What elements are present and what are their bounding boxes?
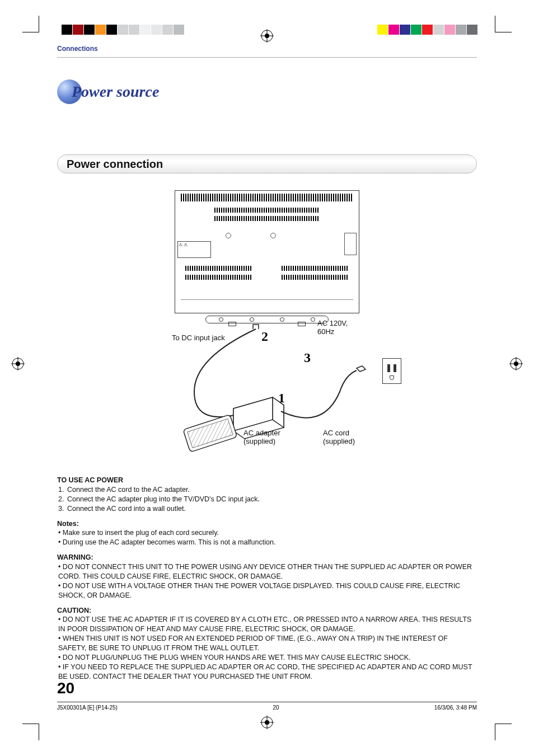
footer-timestamp: 16/3/06, 3:48 PM [434, 705, 477, 711]
wall-outlet-illustration [382, 358, 401, 384]
step-item: 2.Connect the AC adapter plug into the T… [58, 495, 477, 504]
label-ac-adapter-line2: (supplied) [243, 437, 275, 445]
page-footer: 20 J5X00301A [E] (P14-25) 20 16/3/06, 3:… [57, 679, 477, 711]
warnings-list: DO NOT CONNECT THIS UNIT TO THE POWER US… [58, 562, 477, 600]
label-ac-cord-line2: (supplied) [323, 437, 355, 445]
device-stand-illustration [205, 316, 329, 323]
page-title: Power source [72, 83, 159, 101]
step-number-2: 2 [261, 329, 268, 344]
crop-mark-tr [495, 16, 512, 32]
page-number: 20 [57, 679, 477, 697]
caution-item: IF YOU NEED TO REPLACE THE SUPPLIED AC A… [58, 663, 477, 682]
step-item: 1.Connect the AC cord to the AC adapter. [58, 485, 477, 495]
step-number-3: 3 [304, 350, 311, 365]
svg-rect-16 [183, 415, 237, 452]
note-item: During use the AC adapter becomes warm. … [58, 538, 477, 547]
warning-item: DO NOT CONNECT THIS UNIT TO THE POWER US… [58, 562, 477, 581]
power-connection-diagram: ⚠ ⚠ [149, 190, 385, 453]
page-title-row: Power source [57, 79, 477, 104]
label-ac-adapter-line1: AC adapter [243, 429, 280, 437]
registration-target-top [260, 29, 274, 43]
registration-bar-right [377, 25, 478, 35]
crop-mark-bl [22, 724, 39, 740]
cautions-list: DO NOT USE THE AC ADAPTER IF IT IS COVER… [58, 615, 477, 681]
caution-item: DO NOT USE THE AC ADAPTER IF IT IS COVER… [58, 615, 477, 634]
registration-target-bottom [260, 716, 274, 729]
page-content: Connections Power source Power connectio… [57, 45, 477, 711]
label-ac-voltage: AC 120V, 60Hz [317, 319, 348, 336]
step-number-1: 1 [278, 391, 285, 406]
label-ac-voltage-line1: AC 120V, [317, 319, 348, 327]
notes-heading: Notes: [57, 519, 477, 529]
caution-heading: CAUTION: [57, 606, 477, 616]
header-rule [57, 57, 477, 58]
footer-doc-id: J5X00301A [E] (P14-25) [57, 705, 118, 711]
label-ac-adapter: AC adapter (supplied) [243, 429, 280, 445]
ac-power-steps: 1.Connect the AC cord to the AC adapter.… [58, 485, 477, 514]
note-item: Make sure to insert the plug of each cor… [58, 528, 477, 538]
footer-page: 20 [273, 705, 279, 711]
registration-target-right [509, 357, 523, 370]
warning-heading: WARNING: [57, 553, 477, 562]
caution-item: WHEN THIS UNIT IS NOT USED FOR AN EXTEND… [58, 634, 477, 653]
registration-bar-left [62, 25, 185, 35]
breadcrumb: Connections [57, 45, 477, 53]
label-dc-jack: To DC input jack [172, 334, 225, 342]
ac-power-heading: TO USE AC POWER [57, 476, 477, 485]
device-rear-illustration: ⚠ ⚠ [175, 190, 359, 313]
body-text: TO USE AC POWER 1.Connect the AC cord to… [57, 476, 477, 682]
label-ac-cord-line1: AC cord [323, 429, 349, 437]
caution-icon: ⚠ ⚠ [179, 242, 188, 247]
crop-mark-tl [22, 16, 39, 32]
label-ac-cord: AC cord (supplied) [323, 429, 355, 445]
crop-mark-br [495, 724, 512, 740]
notes-list: Make sure to insert the plug of each cor… [58, 528, 477, 547]
warning-item: DO NOT USE WITH A VOLTAGE OTHER THAN THE… [58, 581, 477, 600]
section-header: Power connection [57, 154, 477, 173]
registration-target-left [11, 357, 25, 370]
step-item: 3.Connect the AC cord into a wall outlet… [58, 504, 477, 514]
label-ac-voltage-line2: 60Hz [317, 327, 334, 336]
section-title: Power connection [67, 158, 163, 171]
caution-item: DO NOT PLUG/UNPLUG THE PLUG WHEN YOUR HA… [58, 653, 477, 663]
